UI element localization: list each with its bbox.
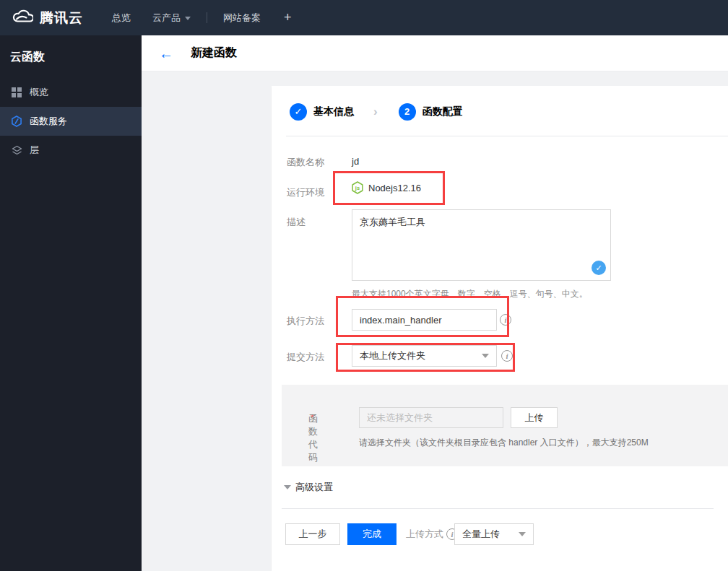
sidebar-item-overview[interactable]: 概览 [0,78,142,107]
folder-path-input[interactable] [359,407,503,428]
nav-overview[interactable]: 总览 [112,12,131,25]
description-textarea[interactable]: 京东薅羊毛工具 [352,209,611,281]
add-shortcut-button[interactable]: + [284,10,292,25]
grid-icon [11,87,22,98]
sidebar-item-label: 函数服务 [30,115,67,128]
select-caret-icon [482,354,489,358]
page-header: ← 新建函数 [142,35,728,71]
page-title: 新建函数 [191,45,237,61]
nav-website-beian[interactable]: 网站备案 [223,12,261,25]
function-name-label: 函数名称 [287,156,324,169]
handler-label: 执行方法 [287,315,324,328]
runtime-value-row: js Nodejs12.16 [352,181,421,194]
nav-divider [207,12,207,23]
footer-divider [282,508,714,509]
description-help-text: 最大支持1000个英文字母、数字、空格、逗号、句号、中文。 [352,288,588,300]
step2-number: 2 [399,103,416,121]
submit-method-value: 本地上传文件夹 [360,349,425,362]
nav-cloud-products[interactable]: 云产品 [152,12,191,25]
previous-step-button[interactable]: 上一步 [285,523,340,545]
upload-button[interactable]: 上传 [511,407,558,428]
chevron-down-icon [185,17,191,20]
function-code-label: 函数代码* [308,412,314,423]
finish-button[interactable]: 完成 [347,523,396,545]
submit-method-label: 提交方法 [287,351,324,364]
upload-mode-value: 全量上传 [462,528,500,541]
select-caret-icon [519,532,526,536]
advanced-settings-toggle[interactable]: 高级设置 [284,481,333,494]
back-arrow-button[interactable]: ← [159,46,173,61]
handler-input[interactable] [352,309,497,331]
sidebar-title: 云函数 [0,35,142,78]
function-name-value: jd [352,156,359,167]
runtime-value: Nodejs12.16 [368,183,421,193]
triangle-down-icon [284,485,291,489]
brand-name: 腾讯云 [40,9,83,27]
function-code-section: 函数代码* 上传 请选择文件夹（该文件夹根目录应包含 handler 入口文件）… [282,385,728,466]
upload-mode-label-row: 上传方式 i [406,523,458,545]
sidebar-item-layers[interactable]: 层 [0,136,142,165]
description-label: 描述 [287,216,306,229]
layers-icon [11,144,22,156]
step1-label: 基本信息 [313,105,354,118]
step-separator-icon: › [373,105,378,119]
code-help-text: 请选择文件夹（该文件夹根目录应包含 handler 入口文件），最大支持250M [359,437,649,449]
steps-divider [286,136,728,136]
create-function-card: ✓ 基本信息 › 2 函数配置 函数名称 jd 运行环境 js Nodejs12… [272,86,728,571]
submit-method-info-icon[interactable]: i [501,350,513,362]
upload-mode-select[interactable]: 全量上传 [454,523,534,545]
sidebar-item-label: 层 [30,144,39,157]
handler-info-icon[interactable]: i [500,314,511,326]
sidebar: 云函数 概览 函数服务 层 [0,35,142,571]
upload-mode-label: 上传方式 [406,528,443,541]
step2-label: 函数配置 [422,105,463,118]
svg-text:js: js [355,185,360,191]
valid-check-icon: ✓ [592,261,606,275]
sidebar-item-function-service[interactable]: 函数服务 [0,107,142,136]
runtime-label: 运行环境 [287,186,324,199]
cloud-logo-icon [12,9,33,27]
step-indicator: ✓ 基本信息 › 2 函数配置 [290,103,463,121]
sidebar-item-label: 概览 [30,86,48,99]
function-hexagon-icon [11,115,22,127]
tencent-cloud-logo[interactable]: 腾讯云 [12,9,83,27]
step1-check-icon: ✓ [290,103,307,121]
top-navigation-bar: 腾讯云 总览 云产品 网站备案 + [0,0,728,35]
nodejs-icon: js [352,181,363,194]
submit-method-select[interactable]: 本地上传文件夹 [352,345,497,367]
